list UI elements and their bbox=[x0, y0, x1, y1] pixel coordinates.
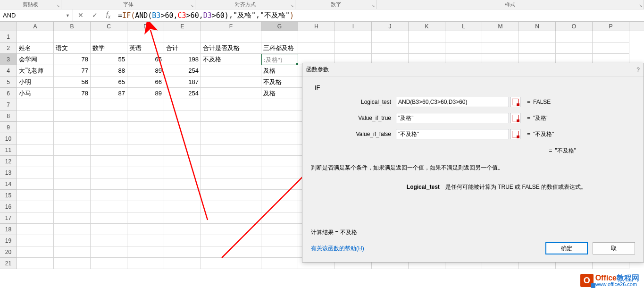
cell[interactable]: 不及格 bbox=[201, 54, 261, 65]
row-header[interactable]: 5 bbox=[0, 76, 17, 88]
argument-input[interactable] bbox=[396, 129, 509, 139]
cell[interactable] bbox=[164, 31, 201, 42]
cell[interactable] bbox=[17, 167, 54, 178]
cell[interactable] bbox=[201, 133, 261, 144]
row-header[interactable]: 18 bbox=[0, 224, 17, 235]
column-header[interactable]: L bbox=[445, 22, 482, 31]
range-picker-icon[interactable] bbox=[510, 113, 520, 123]
cell[interactable] bbox=[201, 99, 261, 110]
cell[interactable] bbox=[91, 110, 127, 122]
cell[interactable] bbox=[164, 133, 201, 144]
row-header[interactable]: 19 bbox=[0, 235, 17, 246]
cell[interactable] bbox=[17, 110, 54, 122]
cell[interactable] bbox=[593, 31, 629, 42]
cell[interactable] bbox=[54, 235, 91, 246]
cell[interactable] bbox=[261, 99, 298, 110]
cell[interactable] bbox=[445, 31, 482, 42]
row-header[interactable]: 3 bbox=[0, 54, 17, 65]
column-header[interactable]: I bbox=[335, 22, 372, 31]
cell[interactable] bbox=[17, 122, 54, 133]
cell[interactable] bbox=[298, 31, 335, 42]
dialog-launcher-icon[interactable]: ↘ bbox=[290, 3, 294, 8]
row-header[interactable]: 20 bbox=[0, 246, 17, 258]
cell[interactable] bbox=[17, 212, 54, 224]
argument-input[interactable] bbox=[396, 113, 509, 123]
cell[interactable] bbox=[17, 178, 54, 190]
cell[interactable] bbox=[409, 42, 445, 54]
cell[interactable]: :及格") bbox=[261, 54, 298, 65]
cell[interactable] bbox=[54, 178, 91, 190]
cell[interactable] bbox=[127, 144, 164, 156]
row-header[interactable]: 12 bbox=[0, 156, 17, 167]
cell[interactable] bbox=[91, 156, 127, 167]
cell[interactable]: 及格 bbox=[261, 65, 298, 76]
cell[interactable] bbox=[91, 167, 127, 178]
cell[interactable] bbox=[261, 246, 298, 258]
formula-input[interactable]: =IF(AND(B3>60,C3>60,D3>60),"及格","不及格") bbox=[115, 11, 644, 20]
cell[interactable] bbox=[201, 88, 261, 99]
cell[interactable] bbox=[261, 178, 298, 190]
cell[interactable] bbox=[201, 178, 261, 190]
cell[interactable] bbox=[556, 42, 593, 54]
cell[interactable] bbox=[164, 99, 201, 110]
chevron-down-icon[interactable]: ▼ bbox=[66, 13, 70, 18]
cancel-formula-icon[interactable]: ✕ bbox=[78, 11, 84, 19]
column-header[interactable]: P bbox=[593, 22, 629, 31]
cell[interactable] bbox=[164, 190, 201, 201]
cell[interactable] bbox=[17, 235, 54, 246]
cell[interactable] bbox=[127, 258, 164, 269]
dialog-help-icon[interactable]: ? bbox=[636, 67, 640, 73]
cell[interactable] bbox=[261, 144, 298, 156]
cell[interactable] bbox=[54, 190, 91, 201]
cell[interactable]: 198 bbox=[164, 54, 201, 65]
cell[interactable] bbox=[261, 122, 298, 133]
select-all-corner[interactable] bbox=[0, 22, 17, 31]
cell[interactable] bbox=[298, 42, 335, 54]
cell[interactable] bbox=[201, 76, 261, 88]
cell[interactable] bbox=[164, 224, 201, 235]
cell[interactable] bbox=[261, 212, 298, 224]
cancel-button[interactable]: 取 bbox=[593, 242, 635, 254]
cell[interactable] bbox=[127, 167, 164, 178]
cell[interactable] bbox=[201, 110, 261, 122]
cell[interactable] bbox=[17, 31, 54, 42]
ok-button[interactable]: 确定 bbox=[545, 242, 588, 254]
cell[interactable] bbox=[91, 178, 127, 190]
cell[interactable] bbox=[127, 246, 164, 258]
cell[interactable]: 合计是否及格 bbox=[201, 42, 261, 54]
cell[interactable] bbox=[127, 201, 164, 212]
cell[interactable] bbox=[261, 201, 298, 212]
row-header[interactable]: 2 bbox=[0, 42, 17, 54]
row-header[interactable]: 9 bbox=[0, 122, 17, 133]
cell[interactable] bbox=[201, 31, 261, 42]
column-header[interactable]: O bbox=[556, 22, 593, 31]
cell[interactable] bbox=[372, 42, 409, 54]
cell[interactable] bbox=[91, 122, 127, 133]
cell[interactable] bbox=[54, 258, 91, 269]
cell[interactable] bbox=[91, 99, 127, 110]
cell[interactable] bbox=[164, 235, 201, 246]
cell[interactable] bbox=[127, 178, 164, 190]
row-header[interactable]: 21 bbox=[0, 258, 17, 269]
cell[interactable] bbox=[164, 212, 201, 224]
row-header[interactable]: 10 bbox=[0, 133, 17, 144]
cell[interactable]: 56 bbox=[54, 76, 91, 88]
cell[interactable] bbox=[201, 122, 261, 133]
cell[interactable]: 三科都及格 bbox=[261, 42, 298, 54]
column-header[interactable]: E bbox=[164, 22, 201, 31]
column-header[interactable]: K bbox=[409, 22, 445, 31]
name-box[interactable]: AND ▼ bbox=[0, 9, 73, 21]
cell[interactable] bbox=[91, 144, 127, 156]
cell[interactable] bbox=[201, 235, 261, 246]
cell[interactable] bbox=[17, 156, 54, 167]
row-header[interactable]: 14 bbox=[0, 178, 17, 190]
cell[interactable] bbox=[91, 212, 127, 224]
cell[interactable]: 65 bbox=[91, 76, 127, 88]
cell[interactable] bbox=[201, 224, 261, 235]
cell[interactable] bbox=[164, 178, 201, 190]
fill-handle[interactable] bbox=[296, 63, 298, 65]
cell[interactable] bbox=[127, 122, 164, 133]
cell[interactable] bbox=[54, 201, 91, 212]
cell[interactable] bbox=[54, 31, 91, 42]
cell[interactable]: 87 bbox=[91, 88, 127, 99]
